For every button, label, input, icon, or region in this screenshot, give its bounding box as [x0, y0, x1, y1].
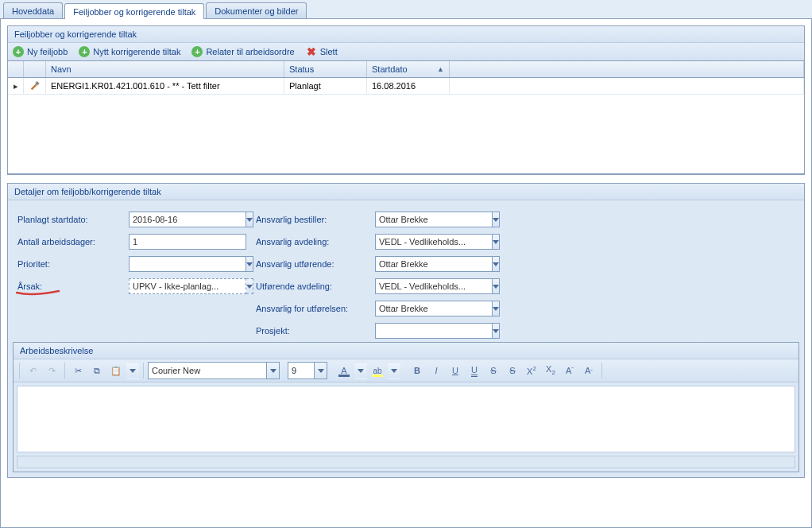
- shrink-font-icon: Aˇ: [585, 366, 593, 375]
- panel-feiljobber-title: Feiljobber og korrigerende tiltak: [8, 26, 804, 43]
- input-antall-arbeidsdager[interactable]: [129, 234, 246, 250]
- table-row[interactable]: ▸ ENERGI1.KR01.421.001.610 - ** - Tett f…: [8, 78, 804, 95]
- chevron-down-icon: [246, 285, 253, 289]
- redo-button[interactable]: ↷: [43, 362, 60, 379]
- btn-ny-feiljobb[interactable]: + Ny feiljobb: [13, 46, 68, 57]
- grid-feiljobber: Navn Status Startdato ▲ ▸: [8, 60, 804, 174]
- superscript-button[interactable]: X2: [523, 362, 540, 379]
- dropdown-prioritet[interactable]: [246, 256, 253, 272]
- strike-button[interactable]: S: [485, 362, 502, 379]
- btn-slett[interactable]: ✖ Slett: [306, 46, 338, 57]
- underline-button[interactable]: U: [447, 362, 464, 379]
- input-planlagt-startdato[interactable]: [129, 212, 246, 227]
- field-prosjekt[interactable]: [375, 323, 486, 339]
- chevron-down-icon: [493, 329, 499, 333]
- dropdown-planlagt-startdato[interactable]: [246, 212, 253, 227]
- dropdown-arsak[interactable]: [246, 278, 253, 294]
- bold-button[interactable]: B: [408, 362, 426, 379]
- chevron-down-icon: [493, 240, 499, 244]
- grow-font-button[interactable]: Aˆ: [561, 362, 578, 379]
- double-strike-button[interactable]: S: [504, 362, 521, 379]
- btn-nytt-korrigerende[interactable]: + Nytt korrigerende tiltak: [79, 46, 180, 57]
- font-color-dropdown[interactable]: [354, 362, 367, 379]
- paste-dropdown[interactable]: [126, 362, 139, 379]
- grid-header-indicator: [8, 61, 24, 77]
- superscript-icon: X2: [527, 365, 536, 376]
- cut-button[interactable]: ✂: [69, 362, 87, 379]
- field-ansvarlig-utforende[interactable]: [375, 256, 486, 272]
- input-prioritet[interactable]: [129, 256, 246, 272]
- highlight-button[interactable]: ab: [369, 362, 386, 379]
- highlight-dropdown[interactable]: [388, 362, 400, 379]
- size-select[interactable]: [288, 362, 327, 379]
- input-ansvarlig-avdeling[interactable]: [375, 234, 493, 250]
- field-arsak[interactable]: [129, 278, 232, 294]
- field-ansvarlig-utforelsen[interactable]: [375, 301, 486, 316]
- size-input[interactable]: [288, 362, 315, 379]
- label-ansvarlig-utforende: Ansvarlig utførende:: [256, 256, 367, 272]
- subscript-icon: X2: [546, 364, 555, 376]
- sort-asc-icon: ▲: [437, 65, 444, 73]
- font-input[interactable]: [148, 362, 267, 379]
- field-ansvarlig-avdeling[interactable]: [375, 234, 486, 250]
- font-dropdown[interactable]: [267, 362, 280, 379]
- annotation-underline-icon: [16, 289, 60, 297]
- editor-panel: Arbeidsbeskrivelse ↶ ↷ ✂ ⧉ 📋: [13, 342, 799, 472]
- btn-relater[interactable]: + Relater til arbeidsordre: [191, 46, 294, 57]
- btn-ny-feiljobb-label: Ny feiljobb: [27, 47, 68, 56]
- copy-button[interactable]: ⧉: [88, 362, 106, 379]
- dropdown-ansvarlig-utforende[interactable]: [493, 256, 500, 272]
- underline-icon: U: [452, 366, 458, 375]
- grid-header-navn[interactable]: Navn: [46, 61, 284, 77]
- dropdown-ansvarlig-bestiller[interactable]: [493, 212, 500, 227]
- label-prosjekt: Prosjekt:: [256, 323, 367, 339]
- dropdown-utforende-avdeling[interactable]: [493, 278, 500, 294]
- font-select[interactable]: [148, 362, 280, 379]
- panel-feiljobber: Feiljobber og korrigerende tiltak + Ny f…: [7, 25, 805, 175]
- toolbar-feiljobber: + Ny feiljobb + Nytt korrigerende tiltak…: [8, 43, 804, 60]
- label-ansvarlig-bestiller: Ansvarlig bestiller:: [256, 212, 367, 227]
- editor-h-scrollbar[interactable]: [17, 456, 795, 468]
- label-prioritet: Prioritet:: [17, 256, 121, 272]
- tab-feiljobber[interactable]: Feiljobber og korrigerende tiltak: [64, 3, 204, 19]
- chevron-down-icon: [318, 369, 324, 373]
- dropdown-prosjekt[interactable]: [493, 323, 500, 339]
- field-prioritet[interactable]: [129, 256, 232, 272]
- shrink-font-button[interactable]: Aˇ: [580, 362, 597, 379]
- field-planlagt-startdato[interactable]: [129, 212, 232, 227]
- input-ansvarlig-utforende[interactable]: [375, 256, 493, 272]
- dropdown-ansvarlig-utforelsen[interactable]: [493, 301, 500, 316]
- size-dropdown[interactable]: [315, 362, 327, 379]
- paste-button[interactable]: 📋: [107, 362, 125, 379]
- field-antall-arbeidsdager[interactable]: [129, 234, 232, 250]
- grow-font-icon: Aˆ: [566, 366, 574, 375]
- input-utforende-avdeling[interactable]: [375, 278, 493, 294]
- row-icon-cell: [24, 78, 46, 94]
- input-ansvarlig-utforelsen[interactable]: [375, 301, 493, 316]
- input-prosjekt[interactable]: [375, 323, 493, 339]
- italic-button[interactable]: I: [427, 362, 445, 379]
- strike-icon: S: [490, 366, 496, 375]
- clipboard-icon: 📋: [110, 366, 122, 376]
- grid-header-status[interactable]: Status: [284, 61, 367, 77]
- subscript-button[interactable]: X2: [542, 362, 559, 379]
- grid-header-fill: [450, 61, 804, 77]
- tab-hoveddata[interactable]: Hoveddata: [3, 2, 63, 18]
- editor-title: Arbeidsbeskrivelse: [14, 343, 798, 359]
- tab-dokumenter[interactable]: Dokumenter og bilder: [206, 2, 307, 18]
- input-arsak[interactable]: [129, 278, 246, 294]
- undo-button[interactable]: ↶: [24, 362, 41, 379]
- field-ansvarlig-bestiller[interactable]: [375, 212, 486, 227]
- label-arsak: Årsak:: [17, 278, 121, 294]
- tabstrip: Hoveddata Feiljobber og korrigerende til…: [0, 0, 812, 19]
- grid-header-startdato[interactable]: Startdato ▲: [367, 61, 450, 77]
- field-utforende-avdeling[interactable]: [375, 278, 486, 294]
- font-color-button[interactable]: A: [335, 362, 353, 379]
- double-strike-icon: S: [509, 366, 515, 375]
- scissors-icon: ✂: [75, 366, 82, 376]
- input-ansvarlig-bestiller[interactable]: [375, 212, 493, 227]
- double-underline-button[interactable]: U: [466, 362, 483, 379]
- editor-textarea[interactable]: [17, 386, 795, 452]
- redo-icon: ↷: [48, 366, 56, 376]
- dropdown-ansvarlig-avdeling[interactable]: [493, 234, 500, 250]
